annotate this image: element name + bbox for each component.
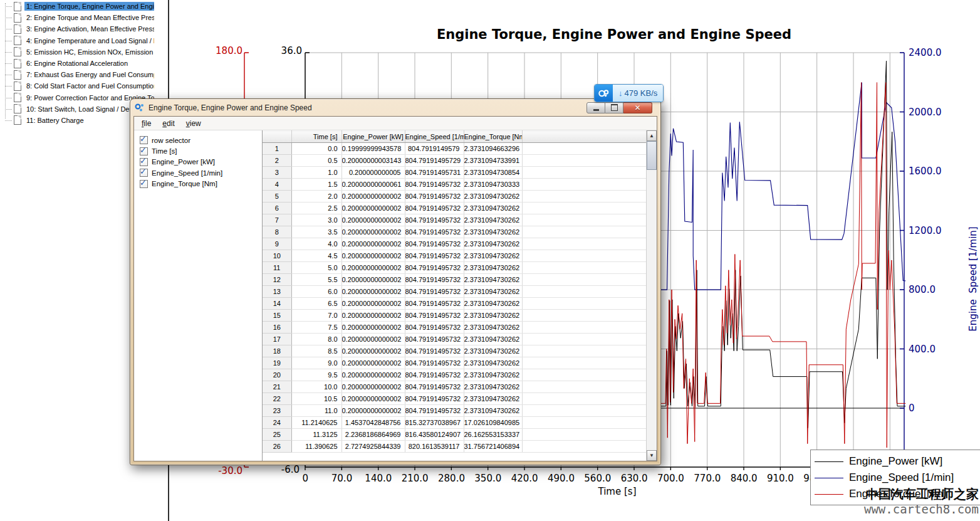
row-number-cell[interactable]: 2: [263, 155, 291, 167]
table-row[interactable]: 24 11.2140625 1.4537042848756 815.327370…: [263, 417, 646, 429]
tree-item[interactable]: 4: Engine Temperature and Load Signal / …: [0, 35, 168, 46]
table-row[interactable]: 7 3.0 0.20000000000002 804.79191495732 2…: [263, 214, 646, 226]
table-row[interactable]: 18 8.5 0.20000000000002 804.79191495732 …: [263, 345, 646, 357]
tree-item[interactable]: 6: Engine Rotational Acceleration: [0, 58, 168, 69]
row-number-cell[interactable]: 24: [263, 417, 291, 429]
time-tick-label: 910.0: [762, 473, 798, 484]
scrollbar-thumb[interactable]: [647, 141, 657, 170]
tree-item[interactable]: 8: Cold Start Factor and Fuel Consumptio…: [0, 80, 168, 92]
row-number-cell[interactable]: 25: [263, 429, 291, 441]
scroll-up-button[interactable]: ▲: [647, 130, 657, 141]
row-number-cell[interactable]: 21: [263, 381, 291, 393]
table-row[interactable]: 10 4.5 0.20000000000002 804.79191495732 …: [263, 250, 646, 262]
checkbox-checked-icon[interactable]: [140, 147, 148, 155]
table-row[interactable]: 22 10.5 0.20000000000002 804.79191495732…: [263, 393, 646, 405]
table-row[interactable]: 12 5.5 0.20000000000002 804.79191495732 …: [263, 274, 646, 286]
torque-column-header[interactable]: Engine_Torque [Nm]: [464, 131, 522, 143]
checkbox-checked-icon[interactable]: [140, 136, 148, 144]
column-checkbox-row[interactable]: Time [s]: [140, 145, 262, 156]
table-row[interactable]: 3 1.0 0.200000000005 804.79191495731 2.3…: [263, 167, 646, 179]
row-number-cell[interactable]: 7: [263, 214, 291, 226]
table-row[interactable]: 16 7.5 0.20000000000002 804.79191495732 …: [263, 322, 646, 334]
row-selector-header[interactable]: [263, 131, 291, 143]
table-row[interactable]: 5 2.0 0.20000000000002 804.79191495732 2…: [263, 191, 646, 203]
row-number-cell[interactable]: 17: [263, 334, 291, 345]
row-number-cell[interactable]: 14: [263, 298, 291, 310]
row-number-cell[interactable]: 4: [263, 179, 291, 191]
row-number-cell[interactable]: 13: [263, 286, 291, 298]
tree-item[interactable]: 3: Engine Activation, Mean Effective Pre…: [0, 23, 168, 34]
minimize-button[interactable]: [586, 102, 605, 113]
row-number-cell[interactable]: 9: [263, 238, 291, 250]
table-row[interactable]: 8 3.5 0.20000000000002 804.79191495732 2…: [263, 226, 646, 238]
row-number-cell[interactable]: 18: [263, 345, 291, 357]
close-button[interactable]: ✕: [623, 102, 652, 113]
table-row[interactable]: 26 11.390625 2.7274925844339 820.1613539…: [263, 441, 646, 453]
checkbox-checked-icon[interactable]: [140, 158, 148, 166]
tree-item-label[interactable]: 6: Engine Rotational Acceleration: [24, 59, 154, 68]
torque-cell: 2.3731094730262: [464, 357, 522, 369]
table-row[interactable]: 20 9.5 0.20000000000002 804.79191495732 …: [263, 369, 646, 381]
maximize-button[interactable]: [605, 102, 623, 113]
row-number-cell[interactable]: 22: [263, 393, 291, 405]
column-checkbox-row[interactable]: Engine_Speed [1/min]: [140, 167, 262, 178]
power-column-header[interactable]: Engine_Power [kW]: [341, 131, 405, 143]
row-number-cell[interactable]: 3: [263, 167, 291, 179]
row-number-cell[interactable]: 15: [263, 310, 291, 322]
row-number-cell[interactable]: 1: [263, 143, 291, 155]
row-number-cell[interactable]: 20: [263, 369, 291, 381]
window-titlebar[interactable]: Engine Torque, Engine Power and Engine S…: [133, 99, 657, 116]
table-row[interactable]: 4 1.5 0.20000000000061 804.79191495732 2…: [263, 179, 646, 191]
row-number-cell[interactable]: 6: [263, 203, 291, 214]
table-row[interactable]: 17 8.0 0.20000000000002 804.79191495732 …: [263, 334, 646, 345]
table-row[interactable]: 13 6.0 0.20000000000002 804.79191495732 …: [263, 286, 646, 298]
scroll-down-button[interactable]: ▼: [647, 450, 657, 461]
menu-item[interactable]: edit: [157, 118, 179, 129]
tree-item-label[interactable]: 4: Engine Temperature and Load Signal / …: [24, 36, 154, 45]
row-number-cell[interactable]: 11: [263, 262, 291, 274]
download-speed-badge[interactable]: ↓ 479 KB/s: [594, 84, 664, 102]
table-row[interactable]: 21 10.0 0.20000000000002 804.79191495732…: [263, 381, 646, 393]
vertical-scrollbar[interactable]: ▲ ▼: [646, 130, 657, 461]
column-checkbox-row[interactable]: row selector: [140, 135, 262, 145]
row-number-cell[interactable]: 12: [263, 274, 291, 286]
table-row[interactable]: 15 7.0 0.20000000000002 804.79191495732 …: [263, 310, 646, 322]
time-cell: 2.5: [291, 203, 341, 214]
table-row[interactable]: 19 9.0 0.20000000000002 804.79191495732 …: [263, 357, 646, 369]
table-row[interactable]: 2 0.5 0.20000000003143 804.79191495729 2…: [263, 155, 646, 167]
tree-item-label[interactable]: 7: Exhaust Gas Energy and Fuel Consumpt: [24, 70, 154, 79]
table-row[interactable]: 11 5.0 0.20000000000002 804.79191495732 …: [263, 262, 646, 274]
tree-item-label[interactable]: 5: Emission HC, Emission NOx, Emission C…: [24, 48, 154, 56]
tree-item-label[interactable]: 1: Engine Torque, Engine Power and Engin: [24, 2, 154, 11]
table-row[interactable]: 9 4.0 0.20000000000002 804.79191495732 2…: [263, 238, 646, 250]
time-cell: 10.0: [291, 381, 341, 393]
column-checkbox-row[interactable]: Engine_Torque [Nm]: [140, 179, 262, 189]
row-number-cell[interactable]: 5: [263, 191, 291, 203]
tree-item[interactable]: 2: Engine Torque and Mean Effective Pres…: [0, 12, 168, 23]
menu-item[interactable]: file: [137, 118, 156, 129]
row-number-cell[interactable]: 23: [263, 405, 291, 417]
checkbox-checked-icon[interactable]: [140, 180, 148, 188]
row-number-cell[interactable]: 16: [263, 322, 291, 334]
row-number-cell[interactable]: 8: [263, 226, 291, 238]
table-row[interactable]: 23 11.0 0.20000000000002 804.79191495732…: [263, 405, 646, 417]
time-column-header[interactable]: Time [s]: [291, 131, 341, 143]
table-row[interactable]: 1 0.0 0.19999999943578 804.7919149579 2.…: [263, 143, 646, 155]
table-row[interactable]: 14 6.5 0.20000000000002 804.79191495732 …: [263, 298, 646, 310]
tree-item[interactable]: 7: Exhaust Gas Energy and Fuel Consumpt: [0, 69, 168, 80]
table-row[interactable]: 6 2.5 0.20000000000002 804.79191495732 2…: [263, 203, 646, 214]
speed-column-header[interactable]: Engine_Speed [1/min]: [405, 131, 464, 143]
tree-item-label[interactable]: 8: Cold Start Factor and Fuel Consumptio…: [24, 82, 154, 90]
tree-item-label[interactable]: 3: Engine Activation, Mean Effective Pre…: [24, 24, 154, 33]
row-number-cell[interactable]: 10: [263, 250, 291, 262]
torque-cell: 2.3731094730262: [464, 334, 522, 345]
table-row[interactable]: 25 11.3125 2.2368186864969 816.435801249…: [263, 429, 646, 441]
tree-item-label[interactable]: 2: Engine Torque and Mean Effective Pres…: [24, 13, 154, 22]
row-number-cell[interactable]: 26: [263, 441, 291, 453]
checkbox-checked-icon[interactable]: [140, 169, 148, 177]
menu-item[interactable]: view: [181, 118, 206, 129]
row-number-cell[interactable]: 19: [263, 357, 291, 369]
tree-item[interactable]: 5: Emission HC, Emission NOx, Emission C…: [0, 46, 168, 58]
tree-item[interactable]: 1: Engine Torque, Engine Power and Engin: [0, 1, 168, 12]
column-checkbox-row[interactable]: Engine_Power [kW]: [140, 157, 262, 167]
